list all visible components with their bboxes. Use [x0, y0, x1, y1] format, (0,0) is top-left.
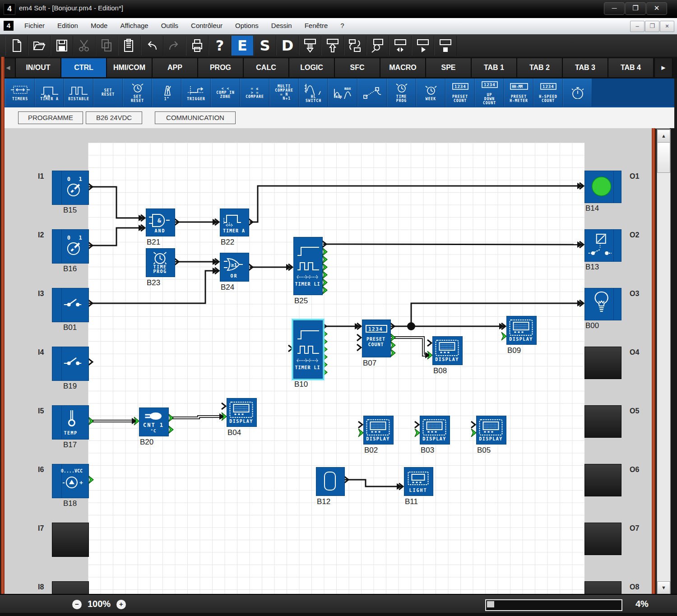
palette-set-reset[interactable]: SET RESET — [93, 79, 123, 107]
tab-tab2[interactable]: TAB 2 — [517, 58, 562, 78]
menu-?[interactable]: ? — [334, 18, 350, 33]
tab-scroll-right[interactable]: ► — [654, 58, 672, 78]
mdi-minimize-button[interactable]: ‒ — [630, 21, 645, 32]
block-b05[interactable]: DISPLAY — [476, 416, 506, 445]
palette-bistable[interactable]: BISTABLE — [64, 79, 93, 107]
scroll-up-button[interactable]: ▲ — [657, 130, 670, 143]
mdi-close-button[interactable]: × — [660, 21, 674, 32]
transfer-compare-button[interactable] — [344, 36, 366, 56]
block-b17[interactable]: TEMP — [52, 405, 89, 440]
menu-outils[interactable]: Outils — [155, 18, 185, 33]
palette-set-reset-timed[interactable]: SET RESET — [123, 79, 152, 107]
block-b10[interactable]: TIMER LI — [293, 320, 323, 379]
palette-preset-count[interactable]: 1234PRESET COUNT — [445, 79, 475, 107]
tab-calc[interactable]: CALC — [243, 58, 289, 78]
tab-logic[interactable]: LOGIC — [289, 58, 334, 78]
menu-options[interactable]: Options — [229, 18, 265, 33]
palette-compare[interactable]: = ≤ > = COMPARE — [240, 79, 269, 107]
vertical-scrollbar[interactable]: ▲ ▼ — [657, 129, 671, 595]
menu-contrleur[interactable]: Contrôleur — [185, 18, 229, 33]
palette-preset-h-meter[interactable]: HH-MMPRESET H-METER — [504, 79, 533, 107]
mode-diagnostic-button[interactable]: D — [276, 36, 299, 56]
tab-inout[interactable]: IN/OUT — [15, 58, 61, 78]
scroll-down-button[interactable]: ▼ — [657, 581, 670, 594]
block-b14[interactable] — [584, 171, 621, 203]
block-b21[interactable]: & AND — [146, 208, 175, 236]
print-button[interactable] — [186, 36, 209, 56]
block-b04[interactable]: DISPLAY — [227, 398, 257, 427]
monitoring-button[interactable] — [366, 36, 389, 56]
block-b00[interactable] — [584, 288, 621, 320]
simulation-stop-button[interactable] — [434, 36, 457, 56]
menu-fichier[interactable]: Fichier — [18, 18, 51, 33]
block-b23[interactable]: TIME PROG — [146, 248, 175, 277]
close-button[interactable]: ✕ — [646, 2, 667, 15]
palette-trigger[interactable]: TRIGGER — [181, 79, 211, 107]
palette-hl-switch[interactable]: HL SWITCH — [299, 79, 328, 107]
tab-tab1[interactable]: TAB 1 — [471, 58, 517, 78]
block-b22[interactable]: TIMER A — [220, 208, 249, 236]
new-file-button[interactable] — [5, 36, 28, 56]
block-b15[interactable]: 01 — [52, 171, 89, 205]
tab-ctrl[interactable]: CTRL — [61, 58, 107, 78]
menu-edition[interactable]: Edition — [51, 18, 84, 33]
tab-prog[interactable]: PROG — [198, 58, 243, 78]
palette-time-prog[interactable]: TIME PROG — [387, 79, 416, 107]
palette-week[interactable]: WEEK — [416, 79, 445, 107]
block-b16[interactable]: 01 — [52, 229, 89, 264]
block-b24[interactable]: ≥1 OR — [220, 253, 249, 282]
simulation-step-button[interactable] — [389, 36, 412, 56]
tab-tab3[interactable]: TAB 3 — [562, 58, 608, 78]
zoom-in-button[interactable]: + — [116, 600, 126, 609]
tab-tab4[interactable]: TAB 4 — [608, 58, 654, 78]
subtab-b2624vdc[interactable]: B26 24VDC — [86, 111, 142, 124]
help-button[interactable]: ? — [209, 36, 231, 56]
subtab-programme[interactable]: PROGRAMME — [18, 111, 83, 124]
program-canvas[interactable]: 01 I1B1501 I2B16I3B01I4B19 TEMPI5B170...… — [5, 128, 652, 594]
block-b13[interactable] — [584, 229, 621, 262]
palette-one-second-pulse[interactable]: 1" — [152, 79, 181, 107]
palette-linear-conversion[interactable] — [357, 79, 387, 107]
block-b09[interactable]: DISPLAY — [506, 316, 537, 345]
mode-supervision-button[interactable]: S — [254, 36, 276, 56]
tab-app[interactable]: APP — [152, 58, 198, 78]
palette-timers[interactable]: TIMERS — [5, 79, 35, 107]
mode-edition-button[interactable]: E — [231, 36, 254, 56]
palette-h-speed-count[interactable]: 1234H-SPEED COUNT — [533, 79, 563, 107]
undo-button[interactable] — [141, 36, 163, 56]
mdi-restore-button[interactable]: ❐ — [645, 21, 659, 32]
save-file-button[interactable] — [51, 36, 73, 56]
palette-stopwatch[interactable] — [563, 79, 592, 107]
block-b08[interactable]: DISPLAY — [432, 336, 463, 365]
menu-mode[interactable]: Mode — [84, 18, 114, 33]
subtab-communication[interactable]: COMMUNICATION — [155, 111, 236, 124]
menu-dessin[interactable]: Dessin — [265, 18, 298, 33]
block-b03[interactable]: DISPLAY — [420, 416, 450, 445]
upload-from-controller-button[interactable] — [321, 36, 344, 56]
download-to-controller-button[interactable] — [299, 36, 321, 56]
tab-hmicom[interactable]: HMI/COM — [107, 58, 152, 78]
block-b07[interactable]: 1234 PRESET COUNT — [362, 320, 391, 357]
open-file-button[interactable] — [28, 36, 51, 56]
palette-up-down-count[interactable]: 1234UP DOWN COUNT — [475, 79, 504, 107]
minimize-button[interactable]: ─ — [604, 2, 625, 15]
palette-comp-in-zone[interactable]: < < COMP IN ZONE — [211, 79, 240, 107]
tab-macro[interactable]: MACRO — [380, 58, 426, 78]
block-b25[interactable]: TIMER LI — [293, 237, 323, 295]
palette-timer-a[interactable]: TIMER A — [35, 79, 64, 107]
tab-spe[interactable]: SPE — [426, 58, 471, 78]
paste-button[interactable] — [118, 36, 141, 56]
scrollbar-thumb[interactable] — [657, 142, 670, 173]
zoom-out-button[interactable]: − — [72, 600, 82, 609]
block-b20[interactable]: CNT 1 °C — [139, 408, 169, 436]
maximize-button[interactable]: ❐ — [625, 2, 646, 15]
block-b12[interactable] — [316, 467, 345, 496]
palette-max-min[interactable]: maxmin — [328, 79, 357, 107]
tab-sfc[interactable]: SFC — [334, 58, 380, 78]
block-b02[interactable]: DISPLAY — [363, 416, 394, 445]
simulation-run-button[interactable] — [412, 36, 434, 56]
block-b11[interactable]: LIGHT — [404, 467, 433, 496]
block-b19[interactable] — [52, 347, 89, 381]
palette-multi-compare[interactable]: MULTI COMPARE = N N+1 — [269, 79, 299, 107]
menu-affichage[interactable]: Affichage — [114, 18, 154, 33]
